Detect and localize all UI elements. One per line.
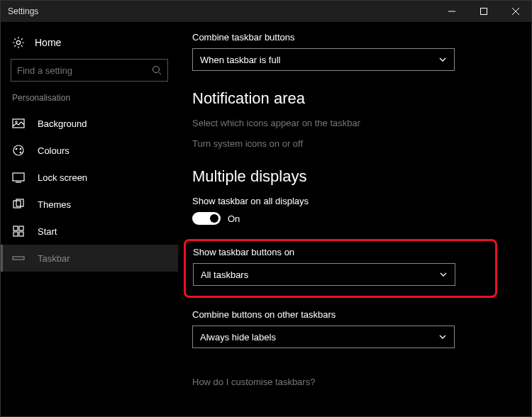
- svg-rect-17: [13, 226, 18, 230]
- chevron-down-icon: [439, 270, 448, 279]
- show-buttons-on-label: Show taskbar buttons on: [193, 247, 488, 257]
- combine-other-label: Combine buttons on other taskbars: [192, 309, 489, 320]
- search-input[interactable]: [11, 59, 168, 82]
- show-all-displays-toggle[interactable]: [192, 212, 221, 225]
- svg-point-12: [20, 152, 21, 153]
- toggle-state-label: On: [228, 213, 240, 224]
- help-link[interactable]: How do I customise taskbars?: [192, 377, 489, 387]
- svg-rect-18: [19, 226, 23, 230]
- palette-icon: [12, 144, 25, 157]
- sidebar-item-themes[interactable]: Themes: [1, 191, 178, 218]
- combine-taskbar-label: Combine taskbar buttons: [192, 32, 489, 43]
- maximize-button[interactable]: [467, 1, 499, 22]
- home-button[interactable]: Home: [1, 32, 178, 59]
- svg-point-8: [16, 121, 18, 123]
- sidebar-item-taskbar[interactable]: Taskbar: [1, 245, 178, 272]
- sidebar-item-label: Colours: [38, 145, 70, 156]
- show-all-displays-label: Show taskbar on all displays: [192, 196, 489, 206]
- dropdown-value: Always hide labels: [200, 332, 276, 343]
- sidebar-item-background[interactable]: Background: [1, 110, 178, 137]
- system-icons-link[interactable]: Turn system icons on or off: [192, 138, 489, 149]
- start-icon: [12, 225, 25, 238]
- show-buttons-on-dropdown[interactable]: All taskbars: [193, 263, 455, 286]
- sidebar-item-label: Lock screen: [38, 172, 87, 183]
- window-title: Settings: [8, 6, 436, 16]
- svg-point-4: [16, 40, 20, 44]
- svg-line-6: [159, 72, 161, 74]
- svg-point-9: [13, 145, 23, 155]
- svg-rect-20: [19, 232, 23, 236]
- svg-point-10: [16, 148, 17, 150]
- sidebar-item-colours[interactable]: Colours: [1, 137, 178, 164]
- sidebar-item-lockscreen[interactable]: Lock screen: [1, 164, 178, 191]
- combine-other-dropdown[interactable]: Always hide labels: [192, 326, 455, 348]
- select-icons-link[interactable]: Select which icons appear on the taskbar: [192, 118, 489, 128]
- window-controls: [436, 1, 531, 22]
- taskbar-icon: [12, 252, 25, 265]
- titlebar: Settings: [1, 1, 531, 22]
- svg-point-5: [153, 67, 160, 73]
- svg-rect-21: [13, 257, 24, 260]
- sidebar-item-label: Taskbar: [38, 253, 70, 264]
- svg-rect-19: [13, 232, 18, 236]
- sidebar-item-label: Background: [38, 118, 87, 129]
- dropdown-value: All taskbars: [201, 269, 248, 280]
- themes-icon: [12, 198, 25, 211]
- close-button[interactable]: [499, 1, 531, 22]
- combine-taskbar-dropdown[interactable]: When taskbar is full: [192, 48, 455, 71]
- svg-rect-1: [480, 9, 487, 15]
- sidebar-item-label: Themes: [38, 199, 71, 210]
- sidebar-item-label: Start: [38, 226, 57, 237]
- chevron-down-icon: [438, 55, 447, 64]
- nav-list: Background Colours Lock screen Themes: [1, 110, 178, 272]
- svg-rect-13: [13, 173, 24, 181]
- highlighted-setting: Show taskbar buttons on All taskbars: [184, 239, 497, 298]
- notification-section-header: Notification area: [192, 89, 489, 108]
- multiple-displays-header: Multiple displays: [192, 167, 489, 186]
- dropdown-value: When taskbar is full: [200, 55, 280, 65]
- gear-icon: [12, 36, 25, 49]
- sidebar-item-start[interactable]: Start: [1, 218, 178, 245]
- search-icon: [152, 65, 162, 75]
- toggle-knob: [210, 214, 218, 223]
- chevron-down-icon: [438, 333, 447, 341]
- home-label: Home: [35, 37, 61, 48]
- lockscreen-icon: [12, 171, 25, 184]
- category-header: Personalisation: [1, 93, 178, 110]
- main-panel: Combine taskbar buttons When taskbar is …: [178, 22, 531, 416]
- picture-icon: [12, 117, 25, 130]
- sidebar: Home Personalisation Background: [1, 22, 178, 416]
- search-field[interactable]: [17, 65, 152, 76]
- svg-point-11: [20, 148, 21, 150]
- minimize-button[interactable]: [436, 1, 467, 22]
